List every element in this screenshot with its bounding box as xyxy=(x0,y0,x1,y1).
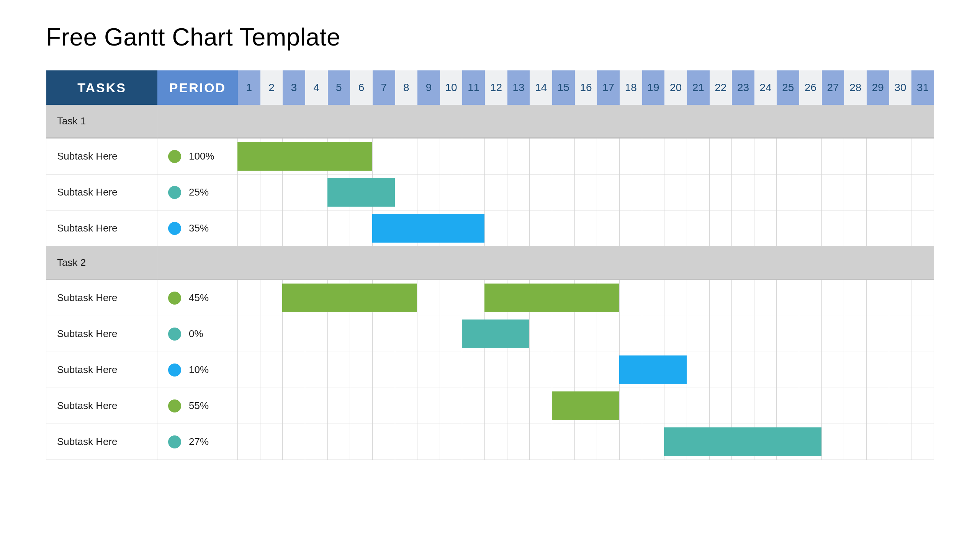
day-cell xyxy=(732,352,754,388)
group-day-cell xyxy=(305,246,328,280)
header-day: 9 xyxy=(417,70,440,105)
gantt-bar-segment xyxy=(440,214,462,242)
day-cell xyxy=(867,316,889,352)
day-cell xyxy=(642,280,665,316)
day-cell xyxy=(732,280,754,316)
gantt-bar-segment xyxy=(619,355,642,384)
group-day-cell xyxy=(373,105,395,139)
day-cell xyxy=(732,210,754,246)
day-cell xyxy=(260,280,283,316)
day-cell xyxy=(867,352,889,388)
task-period: 10% xyxy=(157,352,238,388)
header-day: 8 xyxy=(395,70,418,105)
gantt-bar-segment xyxy=(372,284,395,312)
day-cell xyxy=(799,316,822,352)
day-cell xyxy=(642,424,665,460)
header-day: 25 xyxy=(777,70,799,105)
day-cell xyxy=(328,316,350,352)
day-cell xyxy=(687,174,710,210)
status-dot-icon xyxy=(168,292,181,305)
day-cell xyxy=(395,388,418,424)
group-day-cell xyxy=(664,105,687,139)
task-percent: 10% xyxy=(189,364,209,376)
group-day-cell xyxy=(664,246,687,280)
day-cell xyxy=(867,388,889,424)
day-cell xyxy=(328,352,350,388)
day-cell xyxy=(395,316,418,352)
day-cell xyxy=(417,352,440,388)
group-day-cell xyxy=(328,105,350,139)
group-day-cell xyxy=(642,246,665,280)
day-cell xyxy=(687,352,710,388)
group-day-cell xyxy=(754,105,777,139)
day-cell xyxy=(305,139,328,174)
group-day-cell xyxy=(440,105,463,139)
day-cell xyxy=(642,210,665,246)
task-label: Subtask Here xyxy=(46,352,157,388)
day-cell xyxy=(530,174,552,210)
gantt-bar-segment xyxy=(395,214,417,242)
header-day: 20 xyxy=(664,70,687,105)
gantt-bar-segment xyxy=(597,284,619,312)
group-day-cell xyxy=(844,246,867,280)
gantt-bar-segment xyxy=(350,178,372,206)
day-cell xyxy=(283,316,305,352)
day-cell xyxy=(552,280,575,316)
day-cell xyxy=(350,424,373,460)
gantt-bar-segment xyxy=(552,284,574,312)
day-cell xyxy=(417,174,440,210)
day-cell xyxy=(395,210,418,246)
day-cell xyxy=(395,139,418,174)
group-day-cell xyxy=(530,105,552,139)
group-period-cell xyxy=(157,246,238,280)
day-cell xyxy=(530,424,552,460)
day-cell xyxy=(373,280,395,316)
day-cell xyxy=(328,424,350,460)
day-cell xyxy=(642,139,665,174)
group-day-cell xyxy=(395,105,418,139)
group-day-cell xyxy=(620,246,642,280)
gantt-bar-segment xyxy=(484,284,507,312)
day-cell xyxy=(485,174,507,210)
day-cell xyxy=(373,352,395,388)
day-cell xyxy=(350,210,373,246)
day-cell xyxy=(440,424,463,460)
task-percent: 27% xyxy=(189,436,209,448)
day-cell xyxy=(417,424,440,460)
gantt-bar-segment xyxy=(350,142,372,170)
day-cell xyxy=(552,139,575,174)
day-cell xyxy=(664,424,687,460)
day-cell xyxy=(844,280,867,316)
day-cell xyxy=(530,280,552,316)
day-cell xyxy=(485,139,507,174)
day-cell xyxy=(328,139,350,174)
day-cell xyxy=(485,280,507,316)
day-cell xyxy=(305,352,328,388)
header-day: 11 xyxy=(462,70,485,105)
group-day-cell xyxy=(260,105,283,139)
day-cell xyxy=(440,139,463,174)
day-cell xyxy=(664,280,687,316)
header-day: 26 xyxy=(799,70,822,105)
day-cell xyxy=(687,280,710,316)
day-cell xyxy=(664,388,687,424)
group-day-cell xyxy=(575,246,597,280)
gantt-bar-segment xyxy=(709,427,732,456)
day-cell xyxy=(597,210,620,246)
task-period: 0% xyxy=(157,316,238,352)
day-cell xyxy=(620,316,642,352)
day-cell xyxy=(462,210,485,246)
day-cell xyxy=(440,388,463,424)
day-cell xyxy=(844,352,867,388)
header-day: 27 xyxy=(822,70,844,105)
gantt-bar-segment xyxy=(552,391,574,420)
header-day: 19 xyxy=(642,70,665,105)
day-cell xyxy=(552,352,575,388)
day-cell xyxy=(889,139,912,174)
day-cell xyxy=(687,316,710,352)
day-cell xyxy=(642,388,665,424)
gantt-bar-segment xyxy=(664,355,687,384)
gantt-bar-segment xyxy=(305,284,327,312)
day-cell xyxy=(417,316,440,352)
day-cell xyxy=(328,280,350,316)
